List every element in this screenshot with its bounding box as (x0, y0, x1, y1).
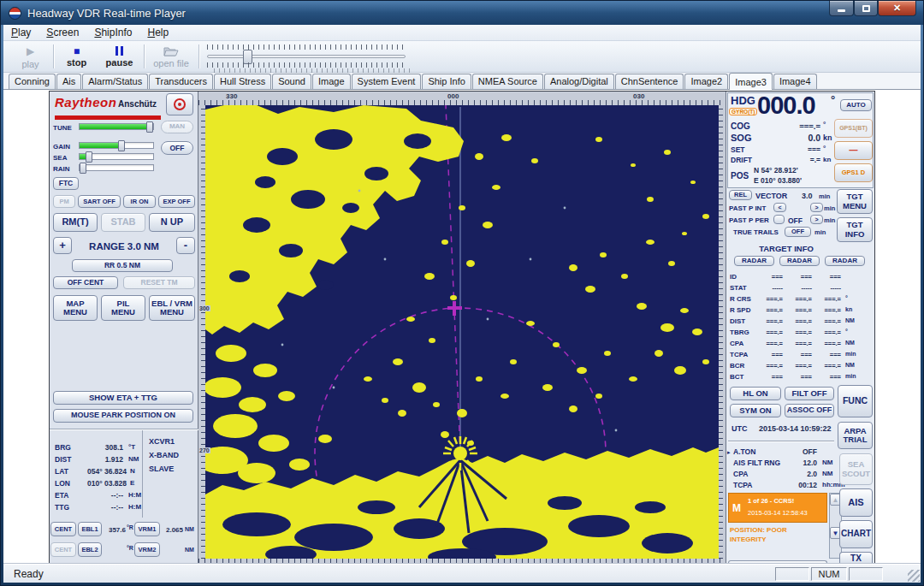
table-cell: ===.= (759, 340, 783, 347)
exp-off-button[interactable]: EXP OFF (158, 195, 195, 208)
tune-off-button[interactable]: OFF (161, 141, 193, 155)
tab-image3[interactable]: Image3 (729, 73, 773, 90)
pil-menu-button[interactable]: PIL MENU (101, 295, 145, 321)
sea-slider[interactable] (79, 153, 154, 160)
rm-t-button[interactable]: RM(T) (53, 213, 98, 232)
tune-slider-handle[interactable] (146, 121, 153, 133)
sea-slider-handle[interactable] (86, 151, 92, 163)
maximize-button[interactable] (854, 1, 878, 16)
show-eta-ttg-button[interactable]: SHOW ETA + TTG (53, 391, 193, 405)
ebl-vrm-menu-button[interactable]: EBL / VRM MENU (149, 295, 195, 321)
tab-ship-info[interactable]: Ship Info (422, 74, 471, 89)
auto-button[interactable]: AUTO (840, 99, 872, 111)
cent2-button[interactable]: CENT (50, 542, 76, 557)
alarm-warning-line1: POSITION: POOR (730, 526, 787, 534)
lat-label: LAT (55, 467, 68, 476)
table-cell: === (759, 351, 783, 358)
range-minus-button[interactable]: - (176, 237, 195, 254)
sart-off-button[interactable]: SART OFF (78, 195, 121, 208)
tab-conning[interactable]: Conning (9, 74, 56, 89)
pos-label: POS (731, 171, 749, 181)
tab-hull-stress[interactable]: Hull Stress (214, 74, 271, 89)
tune-slider[interactable] (79, 123, 154, 130)
ftc-button[interactable]: FTC (53, 177, 79, 190)
rain-slider[interactable] (79, 164, 154, 171)
close-button[interactable]: ✕ (878, 1, 916, 16)
tab-image4[interactable]: Image4 (773, 74, 817, 89)
radar3-button[interactable]: RADAR (825, 256, 865, 266)
radar1-button[interactable]: RADAR (734, 256, 774, 266)
tab-sound[interactable]: Sound (272, 74, 311, 89)
tab-analog-digital[interactable]: Analog/Digital (544, 74, 614, 89)
assoc-off-button[interactable]: ASSOC OFF (785, 404, 834, 417)
rain-slider-handle[interactable] (80, 163, 86, 174)
menu-play[interactable]: Play (3, 25, 38, 40)
reset-tm-button[interactable]: RESET TM (123, 276, 195, 289)
ebl1-button[interactable]: EBL1 (78, 522, 102, 536)
gain-slider-handle[interactable] (118, 140, 125, 151)
stop-button[interactable]: ■ stop (56, 43, 97, 71)
sea-scout-button[interactable]: SEA SCOUT (839, 453, 873, 485)
tab-system-event[interactable]: System Event (352, 74, 422, 89)
stab-button[interactable]: STAB (101, 213, 145, 232)
map-menu-button[interactable]: MAP MENU (53, 295, 98, 321)
sym-on-button[interactable]: SYM ON (730, 404, 781, 417)
ring-range-button[interactable]: RR 0.5 NM (72, 259, 173, 272)
ebl2-button[interactable]: EBL2 (78, 542, 102, 557)
menu-shipinfo[interactable]: ShipInfo (86, 25, 139, 40)
alarm-message-box[interactable]: M 1 of 26 - CCRS! 2015-03-14 12:58:43 (728, 493, 827, 523)
tab-alarm-status[interactable]: Alarm/Status (82, 74, 148, 89)
chart-button[interactable]: CHART (839, 520, 873, 548)
resize-grip[interactable] (908, 570, 920, 582)
table-row-label: STAT (730, 284, 747, 292)
arpa-trial-button[interactable]: ARPA TRIAL (838, 422, 873, 449)
tab-transducers[interactable]: Transducers (149, 74, 213, 89)
past-int-dec-button[interactable]: < (773, 203, 786, 212)
past-per-toggle-button[interactable] (773, 215, 785, 224)
speed-source-button[interactable]: — (834, 141, 873, 160)
radar2-button[interactable]: RADAR (779, 256, 820, 266)
vrm1-button[interactable]: VRM1 (134, 522, 160, 536)
radar-ppi-display[interactable]: 330 000 030 300 270 (198, 92, 726, 565)
gps1-bt-button[interactable]: GPS1(BT) (834, 119, 873, 138)
func-button[interactable]: FUNC (838, 385, 873, 417)
tab-nmea-source[interactable]: NMEA Source (472, 74, 543, 89)
open-file-button[interactable]: open file (149, 43, 193, 71)
tab-image2[interactable]: Image2 (684, 74, 728, 89)
mouse-park-button[interactable]: MOUSE PARK POSITION ON (53, 409, 193, 423)
cent1-button[interactable]: CENT (50, 522, 76, 536)
minimize-button[interactable] (829, 1, 854, 16)
brand-logo-button[interactable] (166, 93, 193, 115)
vrm2-button[interactable]: VRM2 (134, 542, 160, 557)
n-up-button[interactable]: N UP (149, 213, 195, 232)
rel-button[interactable]: REL (729, 190, 752, 200)
hl-on-button[interactable]: HL ON (730, 387, 781, 400)
gain-slider[interactable] (79, 142, 154, 149)
tab-ais[interactable]: Ais (56, 74, 81, 89)
filt-off-button[interactable]: FILT OFF (785, 387, 834, 400)
past-per-inc-button[interactable]: > (810, 215, 823, 224)
ir-on-button[interactable]: IR ON (123, 195, 156, 208)
tab-image[interactable]: Image (312, 74, 351, 89)
pm-button[interactable]: PM (53, 195, 75, 208)
gps1-d-button[interactable]: GPS1 D (834, 163, 873, 182)
man-button[interactable]: MAN (161, 121, 193, 133)
true-trails-button[interactable]: OFF (785, 227, 811, 237)
tgt-info-button[interactable]: TGT INFO (837, 217, 873, 242)
client-area: Raytheon Anschütz TUNE MAN GAIN OFF SEA (3, 90, 921, 564)
ais-button[interactable]: AIS (839, 488, 873, 517)
tgt-menu-button[interactable]: TGT MENU (837, 189, 873, 214)
status-text: Ready (14, 568, 44, 580)
menu-help[interactable]: Help (139, 25, 176, 40)
pause-button[interactable]: pause (99, 43, 139, 71)
play-button[interactable]: ▶ play (10, 43, 50, 71)
menu-screen[interactable]: Screen (38, 25, 86, 40)
titlebar: Headway VDR Real-time Player ✕ (1, 1, 923, 25)
tab-chnsentence[interactable]: ChnSentence (615, 74, 684, 89)
drift-value: =.= (776, 156, 820, 164)
table-cell: ===.= (788, 306, 812, 314)
lat-value: 054° 36.824 (72, 467, 127, 476)
past-int-inc-button[interactable]: > (810, 203, 823, 212)
range-plus-button[interactable]: + (53, 237, 72, 254)
off-cent-button[interactable]: OFF CENT (53, 276, 118, 289)
